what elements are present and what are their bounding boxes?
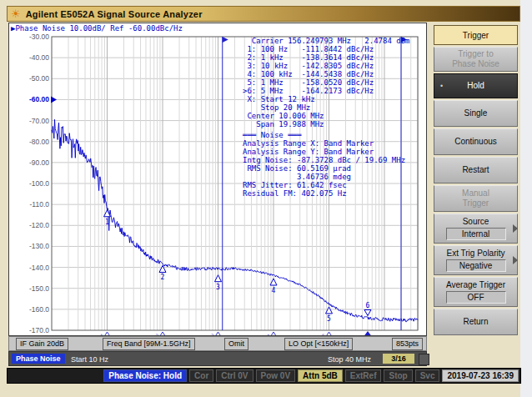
svg-text:-50.00: -50.00	[29, 74, 49, 83]
softkey-label: Hold	[467, 81, 484, 91]
softkey-hold[interactable]: •Hold	[434, 73, 518, 98]
selected-bullet-icon: •	[440, 82, 443, 90]
readout-line: Analysis Range Y: Band Marker	[243, 148, 424, 156]
status-item-extref: ExtRef	[345, 369, 382, 382]
svg-text:-160.0: -160.0	[29, 305, 49, 314]
window-title: Agilent E5052A Signal Source Analyzer	[26, 9, 203, 19]
softkey-source[interactable]: SourceInternal	[434, 214, 518, 244]
readout-line: Intg Noise: -87.3728 dBc / 19.69 MHz	[243, 156, 424, 164]
sweep-stop-label: Stop 40 MHz	[328, 355, 371, 364]
readout-line: Analysis Range X: Band Marker	[243, 139, 424, 148]
readout-line: >6: 5 MHz -164.2173 dBc/Hz	[243, 87, 424, 95]
svg-text:1: 1	[105, 219, 109, 226]
svg-text:4: 4	[266, 333, 269, 335]
svg-text:-80.00: -80.00	[29, 138, 49, 146]
info-field-freq-band-99m-1-5ghz: Freq Band [99M-1.5GHz]	[103, 338, 195, 350]
svg-text:2: 2	[155, 333, 158, 335]
readout-line: Span 19.988 MHz	[243, 120, 424, 128]
svg-text:4: 4	[272, 287, 276, 294]
info-field-lo-opt-150khz: LO Opt [<150kHz]	[284, 338, 353, 350]
softkey-label: Trigger to	[458, 49, 493, 59]
phase-noise-graph-panel: -30.00-40.00-50.00-60.00-70.00-80.00-90.…	[8, 23, 427, 336]
readout-line: 3.46736 mdeg	[243, 173, 424, 181]
svg-text:1M: 1M	[324, 334, 334, 335]
svg-text:-100.0: -100.0	[29, 179, 49, 188]
readout-line: Carrier 156.249793 MHz 2.4784 dBm	[243, 37, 424, 45]
status-item-attn-5db: Attn 5dB	[298, 369, 343, 382]
svg-text:10M: 10M	[378, 334, 391, 335]
softkey-label: Source	[463, 217, 489, 227]
softkey-label: Manual	[462, 188, 489, 198]
readout-line: 3: 10 kHz -142.8305 dBc/Hz	[243, 62, 424, 70]
submenu-arrow-icon	[513, 256, 518, 264]
readout-line: 5: 1 MHz -158.0520 dBc/Hz	[243, 78, 424, 87]
softkey-manual-trigger: ManualTrigger	[434, 185, 518, 212]
svg-text:-140.0: -140.0	[29, 264, 49, 272]
submenu-arrow-icon	[513, 224, 518, 233]
svg-text:-60.00: -60.00	[29, 95, 49, 103]
status-item-cor: Cor	[189, 369, 213, 382]
svg-text:6: 6	[366, 302, 370, 309]
mode-badge: Phase Noise	[12, 354, 65, 364]
status-item-ctrl-0v: Ctrl 0V	[216, 369, 253, 382]
trace-header: ▶Phase Noise 10.00dB/ Ref -60.00dBc/Hz	[11, 24, 183, 33]
svg-text:-30.00: -30.00	[29, 33, 49, 41]
softkey-value: OFF	[446, 291, 506, 304]
trace-scale-label: Phase Noise 10.00dB/ Ref -60.00dBc/Hz	[15, 24, 182, 33]
status-item-pow-0v: Pow 0V	[256, 369, 296, 382]
svg-text:-90.00: -90.00	[29, 158, 49, 167]
readout-line: 2: 1 kHz -138.3614 dBc/Hz	[243, 53, 424, 62]
softkey-value: Negative	[446, 259, 506, 272]
title-bar: ☀ Agilent E5052A Signal Source Analyzer	[7, 6, 520, 22]
softkey-label: Phase Noise	[452, 59, 499, 69]
softkey-ext-trig-polarity[interactable]: Ext Trig PolarityNegative	[434, 245, 518, 275]
softkey-return[interactable]: Return	[434, 309, 518, 335]
svg-text:-170.0: -170.0	[29, 326, 49, 334]
softkey-single[interactable]: Single	[434, 100, 518, 127]
softkey-label: Single	[464, 108, 488, 118]
softkey-label: Average Trigger	[446, 280, 505, 290]
softkey-average-trigger[interactable]: Average TriggerOFF	[434, 277, 518, 307]
svg-text:-130.0: -130.0	[29, 242, 49, 250]
readout-line: RMS Noise: 60.5169 μrad	[243, 164, 424, 173]
svg-text:1: 1	[100, 333, 103, 335]
svg-text:3: 3	[216, 284, 220, 291]
svg-text:3: 3	[211, 333, 214, 335]
status-item-svc: Svc	[415, 369, 440, 382]
info-field-omit: Omit	[224, 338, 248, 350]
readout-line: 1: 100 Hz -111.8442 dBc/Hz	[243, 45, 424, 53]
svg-text:10k: 10k	[213, 334, 224, 335]
status-item-phase-noise-hold: Phase Noise: Hold	[103, 369, 187, 382]
svg-text:100: 100	[102, 334, 113, 335]
app-window: ☀ Agilent E5052A Signal Source Analyzer …	[0, 0, 532, 397]
softkey-label: Return	[463, 317, 488, 327]
readout-line: Center 10.006 MHz	[243, 112, 424, 120]
softkey-label: Restart	[462, 165, 489, 175]
svg-text:-70.00: -70.00	[29, 117, 49, 125]
softkey-restart[interactable]: Restart	[434, 157, 518, 183]
readout-line: X: Start 12 kHz	[243, 95, 424, 103]
info-field-853pts: 853pts	[392, 338, 423, 350]
svg-text:-150.0: -150.0	[29, 284, 49, 293]
svg-text:2: 2	[161, 274, 165, 281]
sweep-start-label: Start 10 Hz	[71, 355, 108, 364]
status-item-2019-07-23-16-39: 2019-07-23 16:39	[442, 369, 519, 382]
softkey-label: Ext Trig Polarity	[446, 249, 504, 259]
softkey-menu: Trigger Trigger toPhase Noise•HoldSingle…	[434, 25, 518, 337]
scroll-handle[interactable]	[419, 354, 429, 365]
softkey-continuous[interactable]: Continuous	[434, 128, 518, 155]
agilent-spark-icon: ☀	[11, 8, 21, 19]
menu-title: Trigger	[434, 25, 518, 45]
svg-text:-110.0: -110.0	[30, 200, 50, 209]
svg-text:-40.00: -40.00	[29, 53, 49, 62]
sweep-status-row: Phase Noise Start 10 Hz Stop 40 MHz 3/16	[8, 351, 427, 366]
svg-text:10: 10	[48, 334, 56, 335]
softkey-trigger-to-phase-noise: Trigger toPhase Noise	[434, 47, 518, 72]
softkey-value: Internal	[446, 228, 506, 240]
info-field-if-gain-20db: IF Gain 20dB	[16, 338, 68, 350]
softkey-label: Continuous	[454, 137, 497, 147]
svg-text:5: 5	[327, 315, 331, 323]
readout-line: 4: 100 kHz -144.5438 dBc/Hz	[243, 70, 424, 78]
readout-line: RMS Jitter: 61.642 fsec	[243, 181, 424, 189]
readout-line: Stop 20 MHz	[243, 103, 424, 112]
